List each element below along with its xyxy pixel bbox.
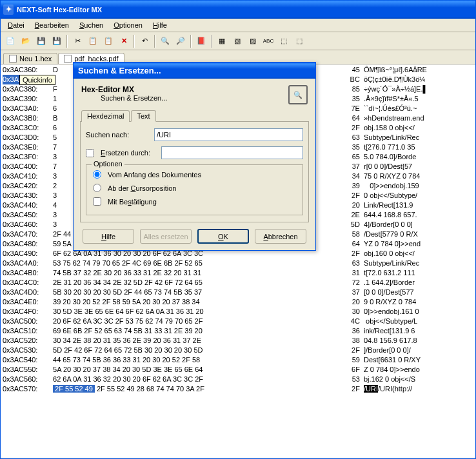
hex-row[interactable]: 0x3AC540: 44 65 73 74 5B 36 36 33 31 20 … bbox=[3, 355, 473, 365]
search-label: Suchen nach: bbox=[86, 131, 150, 139]
menubar: Datei Bearbeiten Suchen Optionen Hilfe bbox=[1, 19, 475, 32]
tool6-icon[interactable]: ⬚ bbox=[292, 34, 306, 48]
save-icon[interactable]: 💾 bbox=[34, 34, 48, 48]
hex-row[interactable]: 0x3AC550: 5A 20 30 20 37 38 34 20 30 5D … bbox=[3, 365, 473, 375]
doc-icon bbox=[64, 55, 72, 63]
hex-row[interactable]: 0x3AC4A0: 53 75 62 74 79 70 65 2F 4C 69 … bbox=[3, 259, 473, 268]
tab-neu1[interactable]: Neu 1.hex bbox=[3, 53, 57, 64]
hex-row[interactable]: 0x3AC4B0: 74 5B 37 32 2E 30 20 36 33 31 … bbox=[3, 268, 473, 278]
undo-icon[interactable]: ↶ bbox=[137, 34, 152, 48]
opt-from-cursor[interactable] bbox=[93, 184, 101, 192]
menu-file[interactable]: Datei bbox=[3, 20, 29, 30]
hex-row[interactable]: 0x3AC4C0: 2E 31 20 36 34 34 2E 32 5D 2F … bbox=[3, 278, 473, 288]
copy-icon[interactable]: 📋 bbox=[86, 34, 100, 48]
menu-help[interactable]: Hilfe bbox=[148, 20, 172, 30]
replace-all-button[interactable]: Alles ersetzen bbox=[140, 229, 192, 244]
menu-search[interactable]: Suchen bbox=[75, 20, 108, 30]
search-input[interactable] bbox=[154, 128, 303, 141]
toolbar: 📄 📂 💾 💾 ✂ 📋 📋 ✕ ↶ 🔍 🔎 📕 ▦ ▧ ▨ ABC ⬚ ⬚ bbox=[1, 32, 475, 50]
quickinfo-tooltip: Quickinfo bbox=[19, 75, 55, 85]
open-icon[interactable]: 📂 bbox=[19, 34, 33, 48]
help-button[interactable]: Hilfe bbox=[83, 229, 134, 244]
doc-icon bbox=[9, 55, 17, 63]
binoculars-icon[interactable]: 🔍 bbox=[288, 85, 308, 104]
hex-row[interactable]: 0x3AC4D0: 5B 30 20 30 20 30 5D 2F 44 65 … bbox=[3, 288, 473, 297]
hex-row[interactable]: 0x3AC530: 5D 2F 42 6F 72 64 65 72 5B 30 … bbox=[3, 346, 473, 355]
replace-checkbox[interactable] bbox=[86, 149, 94, 157]
options-legend: Optionen bbox=[92, 160, 124, 168]
opt-confirm[interactable] bbox=[93, 197, 101, 206]
hex-row[interactable]: 0x3AC4F0: 30 5D 3E 3E 65 6E 64 6F 62 6A … bbox=[3, 307, 473, 317]
tool2-icon[interactable]: ▧ bbox=[230, 34, 244, 48]
replace-input[interactable] bbox=[161, 146, 303, 159]
search-replace-dialog: Suchen & Ersetzen... Hex-Editor MX Suche… bbox=[73, 62, 316, 251]
opt-from-start[interactable] bbox=[93, 170, 101, 179]
dialog-title: Suchen & Ersetzen... bbox=[74, 63, 315, 79]
replace-label: Ersetzen durch: bbox=[101, 149, 157, 157]
menu-options[interactable]: Optionen bbox=[109, 20, 147, 30]
ok-button[interactable]: OK bbox=[197, 229, 249, 244]
window-titlebar: ✦ NEXT-Soft Hex-Editor MX bbox=[1, 0, 475, 19]
menu-edit[interactable]: Bearbeiten bbox=[30, 20, 74, 30]
hex-row[interactable]: 0x3AC510: 69 6E 6B 2F 52 65 63 74 5B 31 … bbox=[3, 326, 473, 336]
tab-hexdezimal[interactable]: Hexdezimal bbox=[81, 110, 130, 122]
hex-row[interactable]: 0x3AC560: 62 6A 0A 31 36 32 20 30 20 6F … bbox=[3, 375, 473, 384]
window-title: NEXT-Soft Hex-Editor MX bbox=[17, 6, 102, 14]
tool1-icon[interactable]: ▦ bbox=[215, 34, 229, 48]
dialog-head-sub: Suchen & Ersetzen... bbox=[81, 94, 167, 102]
dialog-head-title: Hex-Editor MX bbox=[81, 85, 134, 94]
app-icon: ✦ bbox=[3, 5, 14, 15]
tool3-icon[interactable]: ▨ bbox=[246, 34, 260, 48]
cut-icon[interactable]: ✂ bbox=[70, 34, 84, 48]
find-icon[interactable]: 🔍 bbox=[158, 34, 172, 48]
options-group: Optionen Vom Anfang des Dokumentes Ab de… bbox=[86, 164, 303, 215]
findnext-icon[interactable]: 🔎 bbox=[174, 34, 188, 48]
delete-icon[interactable]: ✕ bbox=[117, 34, 131, 48]
saveall-icon[interactable]: 💾 bbox=[50, 34, 64, 48]
hex-row[interactable]: 0x3AC520: 30 34 2E 38 20 31 35 36 2E 39 … bbox=[3, 336, 473, 346]
cancel-button[interactable]: Abbrechen bbox=[255, 229, 306, 244]
hex-row[interactable]: 0x3AC4E0: 39 20 30 20 52 2F 58 59 5A 20 … bbox=[3, 297, 473, 307]
hex-row[interactable]: 0x3AC500: 20 6F 62 6A 3C 3C 2F 53 75 62 … bbox=[3, 317, 473, 326]
tool5-icon[interactable]: ⬚ bbox=[277, 34, 291, 48]
new-icon[interactable]: 📄 bbox=[3, 34, 17, 48]
tool4-icon[interactable]: ABC bbox=[261, 34, 275, 48]
help-icon[interactable]: 📕 bbox=[194, 34, 208, 48]
hex-row[interactable]: 0x3AC570: 2F 55 52 49 2F 55 52 49 28 68 … bbox=[3, 384, 473, 394]
tab-text[interactable]: Text bbox=[131, 110, 155, 122]
paste-icon[interactable]: 📋 bbox=[101, 34, 115, 48]
